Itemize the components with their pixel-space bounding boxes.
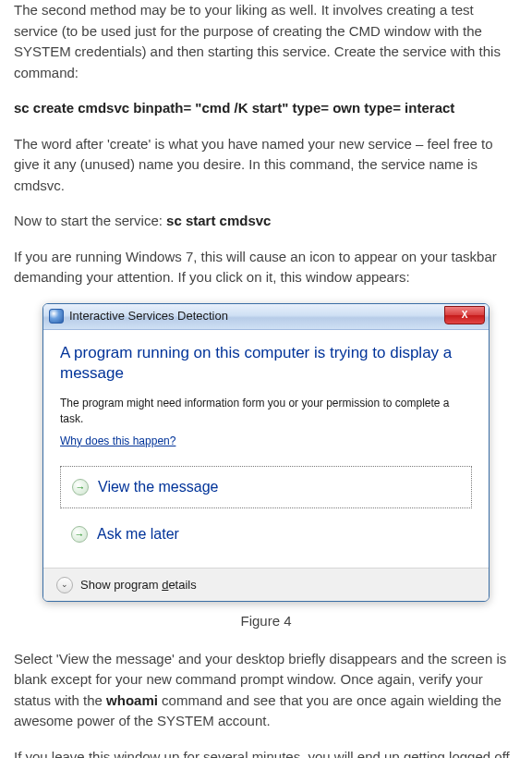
paragraph-win7-note: If you are running Windows 7, this will …	[14, 247, 518, 288]
paragraph-service-name: The word after 'create' is what you have…	[14, 134, 518, 197]
interactive-services-dialog: Interactive Services Detection X A progr…	[42, 303, 490, 603]
view-message-label: View the message	[98, 476, 218, 498]
close-button[interactable]: X	[444, 306, 485, 324]
command-create-service: sc create cmdsvc binpath= "cmd /K start"…	[14, 98, 518, 119]
text-start-service-prefix: Now to start the service:	[14, 213, 166, 228]
ask-later-label: Ask me later	[97, 523, 179, 545]
details-suffix: etails	[168, 578, 196, 592]
paragraph-view-message: Select 'View the message' and your deskt…	[14, 649, 518, 732]
figure-caption: Figure 4	[14, 611, 518, 632]
command-start-service: sc start cmdsvc	[166, 213, 271, 228]
paragraph-timeout-warning: If you leave this window up for several …	[14, 747, 518, 758]
dialog-title: Interactive Services Detection	[69, 307, 228, 325]
arrow-right-icon: →	[71, 526, 88, 543]
dialog-body: A program running on this computer is tr…	[43, 330, 489, 568]
dialog-footer: ⌄ Show program details	[43, 568, 489, 602]
paragraph-start-service: Now to start the service: sc start cmdsv…	[14, 211, 518, 232]
dialog-heading: A program running on this computer is tr…	[60, 343, 472, 385]
chevron-down-icon[interactable]: ⌄	[56, 577, 73, 593]
command-whoami: whoami	[106, 692, 158, 708]
arrow-right-icon: →	[72, 479, 89, 495]
details-prefix: Show program	[80, 578, 162, 592]
ask-me-later-option[interactable]: → Ask me later	[60, 514, 472, 555]
why-does-this-happen-link[interactable]: Why does this happen?	[60, 433, 175, 449]
dialog-subtext: The program might need information form …	[60, 396, 472, 425]
dialog-screenshot-container: Interactive Services Detection X A progr…	[14, 303, 518, 603]
dialog-titlebar: Interactive Services Detection X	[43, 304, 489, 330]
show-details-button[interactable]: Show program details	[80, 576, 197, 594]
close-icon: X	[462, 308, 468, 322]
view-the-message-option[interactable]: → View the message	[60, 466, 472, 508]
paragraph-method-intro: The second method may be to your liking …	[14, 0, 518, 83]
dialog-app-icon	[49, 309, 64, 324]
